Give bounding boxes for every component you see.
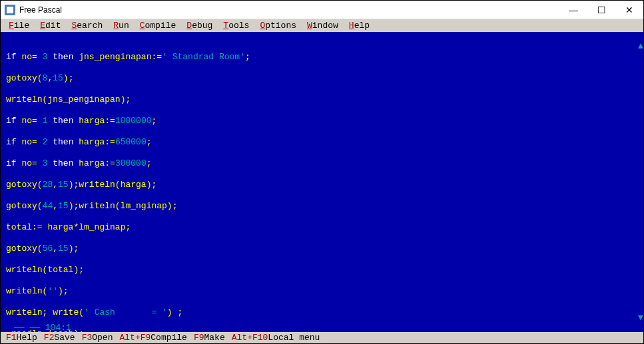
editor-area[interactable]: [■]═════════════════════════════════════… [1,32,643,332]
app-icon [5,5,15,15]
window-title: Free Pascal [19,5,559,15]
maximize-button[interactable]: ☐ [587,1,615,19]
sb-help-label[interactable]: Help [17,333,37,343]
sb-save-label[interactable]: Save [54,333,75,343]
menu-tools[interactable]: Tools [218,21,254,31]
sb-f2-key[interactable]: F2 [44,333,55,343]
sb-f9-key[interactable]: F9 [194,333,204,343]
sb-localmenu-label[interactable]: Local menu [268,333,320,343]
vertical-scrollbar[interactable]: ▲ ▼ [638,41,643,323]
menu-file[interactable]: File [3,21,35,31]
scroll-down-icon[interactable]: ▼ [638,313,643,323]
menu-window[interactable]: Window [302,21,344,31]
frame-bottom: ── ── 104:1 ════════════════════════════… [1,323,643,332]
menu-options[interactable]: Options [254,21,302,31]
menu-compile[interactable]: Compile [135,21,182,31]
titlebar-buttons: — ☐ ✕ [559,1,643,19]
titlebar[interactable]: Free Pascal — ☐ ✕ [1,1,643,19]
menubar: File Edit Search Run Compile Debug Tools… [1,19,643,32]
minimize-button[interactable]: — [559,1,587,19]
frame-top: [■]═════════════════════════════════════… [1,32,643,41]
menu-search[interactable]: Search [66,21,108,31]
menu-edit[interactable]: Edit [35,21,66,31]
kw-if: if [6,52,17,62]
menu-debug[interactable]: Debug [181,21,218,31]
code-content[interactable]: if no= 3 then jns_penginapan:=' Standrad… [6,41,638,323]
statusbar: F1 Help F2 Save F3 Open Alt+F9 Compile F… [1,332,643,343]
sb-open-label[interactable]: Open [92,333,113,343]
editor-frame: [■]═════════════════════════════════════… [1,32,643,332]
menu-run[interactable]: Run [108,21,134,31]
close-button[interactable]: ✕ [615,1,643,19]
svg-rect-1 [7,7,13,13]
sb-altf9-key[interactable]: Alt+F9 [119,333,151,343]
cursor-position: ── ── 104:1 ════════════════════════════… [14,323,643,332]
menu-help[interactable]: Help [344,21,375,31]
sb-altf10-key[interactable]: Alt+F10 [232,333,268,343]
sb-f3-key[interactable]: F3 [82,333,93,343]
sb-make-label[interactable]: Make [204,333,225,343]
sb-compile-label[interactable]: Compile [151,333,187,343]
scroll-up-icon[interactable]: ▲ [638,41,643,51]
window: Free Pascal — ☐ ✕ File Edit Search Run C… [0,0,644,344]
sb-f1-key[interactable]: F1 [6,333,17,343]
